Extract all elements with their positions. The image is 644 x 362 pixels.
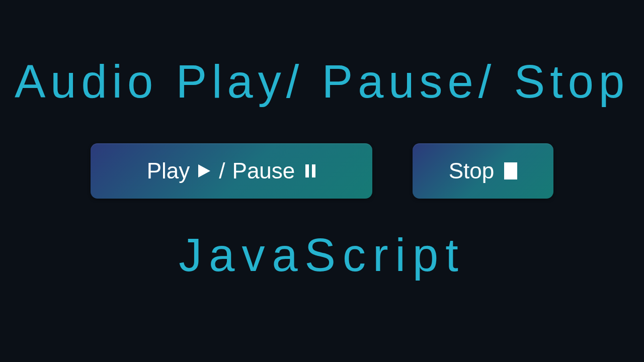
play-pause-separator: / — [219, 158, 225, 184]
play-label: Play — [147, 158, 190, 184]
button-row: Play / Pause Stop — [91, 143, 553, 199]
pause-icon — [305, 163, 316, 178]
svg-rect-2 — [312, 164, 315, 177]
svg-rect-3 — [504, 162, 517, 179]
svg-rect-1 — [305, 164, 309, 177]
play-icon — [197, 163, 212, 178]
pause-label: Pause — [232, 158, 295, 184]
page-title: Audio Play/ Pause/ Stop — [15, 55, 629, 108]
stop-icon — [504, 162, 517, 179]
play-pause-button[interactable]: Play / Pause — [91, 143, 372, 199]
svg-marker-0 — [198, 164, 210, 177]
page-subtitle: JavaScript — [179, 229, 465, 282]
stop-label: Stop — [449, 158, 495, 184]
stop-button[interactable]: Stop — [413, 143, 553, 199]
